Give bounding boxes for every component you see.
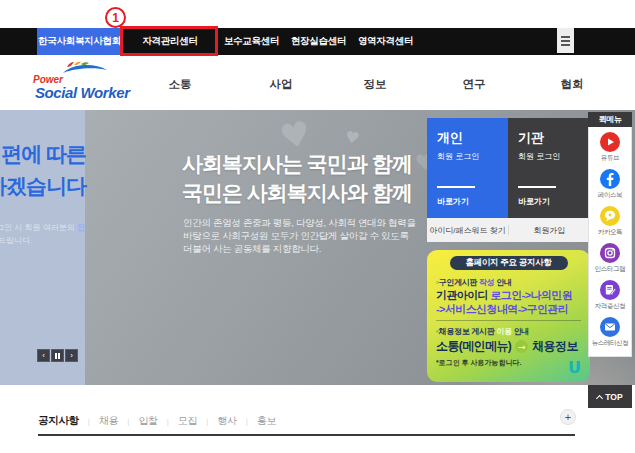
- personal-login-shortcut[interactable]: 바로가기: [437, 196, 498, 207]
- topbar-item-association[interactable]: 한국사회복지사협회: [37, 28, 122, 55]
- organization-login-box[interactable]: 기관 회원 로그인 바로가기: [508, 118, 590, 218]
- nav-item-association-menu[interactable]: 협회: [561, 77, 584, 92]
- notice-path-target: 채용정보: [532, 338, 578, 355]
- newsletter-icon: [600, 317, 620, 337]
- nav-item-communication[interactable]: 소통: [169, 77, 192, 92]
- nav-item-research[interactable]: 연구: [463, 77, 486, 92]
- divider: [437, 186, 475, 188]
- top-utility-bar: 한국사회복지사협회 자격관리센터 보수교육센터 현장실습센터 영역자격센터: [0, 28, 635, 55]
- personal-login-subtitle: 회원 로그인: [437, 151, 498, 162]
- hero-title-line2: 국민은 사회복지사와 함께: [182, 179, 412, 207]
- divider: |: [167, 417, 169, 426]
- login-footer-bar: 아이디/패스워드 찾기 회원가입: [427, 218, 590, 242]
- carousel-next-button[interactable]: ›: [65, 349, 78, 362]
- quick-menu-item-certificate-apply[interactable]: 자격증신청: [589, 280, 631, 311]
- organization-login-title: 기관: [518, 129, 580, 147]
- hamburger-menu-icon[interactable]: [557, 28, 574, 53]
- annotation-highlight-box: [120, 26, 218, 56]
- divider: |: [246, 417, 248, 426]
- hero-title-line1: 사회복지사는 국민과 함께: [182, 150, 412, 178]
- signup-link[interactable]: 회원가입: [509, 225, 590, 236]
- hero-body-line1: 인간의 존엄성 존중과 평등, 다양성, 사회적 연대와 협력을: [183, 217, 416, 230]
- quick-menu-label: 인스타그램: [595, 265, 626, 274]
- previous-slide-title-line2: 선하겠습니다: [0, 172, 86, 200]
- quick-menu-sidebar: 퀵메뉴 유튜브 페이스북: [588, 112, 632, 357]
- tab-event[interactable]: 행사: [217, 414, 236, 428]
- main-notice-box: 홈페이지 주요 공지사항 ◦구인게시판 작성 안내 기관아이디 로그인->나의민…: [427, 250, 590, 382]
- divider: [518, 186, 556, 188]
- instagram-icon: [600, 243, 620, 263]
- quick-menu-label: 유튜브: [601, 154, 619, 163]
- scroll-to-top-button[interactable]: TOP: [588, 385, 632, 408]
- notice-menu-path: 소통(메인메뉴) → 채용정보: [436, 338, 578, 355]
- topbar-item-education-center[interactable]: 보수교육센터: [218, 28, 285, 55]
- quick-menu-header: 퀵메뉴: [588, 112, 632, 127]
- annotation-number-badge: 1: [105, 7, 126, 28]
- facebook-icon: [600, 169, 620, 189]
- top-button-label: TOP: [605, 392, 622, 402]
- organization-login-shortcut[interactable]: 바로가기: [518, 196, 580, 207]
- previous-slide-title-line1: 개편에 따른: [0, 140, 86, 168]
- tabs-underline: [38, 434, 575, 436]
- board-tabs: 공지사항 | 채용 | 입찰 | 모집 | 행사 | 홍보: [38, 414, 276, 428]
- tab-promotion[interactable]: 홍보: [257, 414, 276, 428]
- divider: [436, 320, 581, 321]
- personal-login-title: 개인: [437, 129, 498, 147]
- divider: |: [206, 417, 208, 426]
- pause-icon: [55, 353, 60, 359]
- quick-menu-item-newsletter[interactable]: 뉴스레터신청: [589, 317, 631, 348]
- hero-body-line3: 더불어 사는 공동체를 지향합니다.: [183, 243, 321, 256]
- tab-notice[interactable]: 공지사항: [38, 414, 79, 428]
- notice-job-board-write-guide: ◦구인게시판 작성 안내: [436, 277, 512, 288]
- organization-login-subtitle: 회원 로그인: [518, 151, 580, 162]
- hero-body-line2: 바탕으로 사회구성원 모두가 인간답게 살아갈 수 있도록: [183, 230, 409, 243]
- arrow-right-icon: →: [515, 340, 528, 353]
- certificate-icon: [600, 280, 620, 300]
- divider: |: [88, 417, 90, 426]
- kakaotalk-icon: [600, 206, 620, 226]
- quick-menu-label: 자격증신청: [595, 302, 626, 311]
- previous-slide-note2: 드립니다.: [0, 235, 32, 246]
- notice-org-id-path-line1: 기관아이디 로그인->나의민원: [436, 288, 572, 303]
- login-panel: 개인 회원 로그인 바로가기 기관 회원 로그인 바로가기 아이디/패스워드 찾…: [427, 118, 590, 242]
- carousel-previous-slide: 개편에 따른 선하겠습니다 초 로그인 시 회원 여러분의 인 드립니다.: [0, 110, 92, 385]
- notice-path-source: 소통(메인메뉴): [436, 338, 511, 355]
- quick-menu-label: 카카오톡: [598, 228, 622, 237]
- carousel-prev-button[interactable]: ‹: [37, 349, 50, 362]
- tab-recruit[interactable]: 채용: [99, 414, 118, 428]
- youtube-icon: [600, 132, 620, 152]
- notice-recruit-board-use-guide: ◦채용정보 게시판 이용 안내: [436, 326, 529, 337]
- notice-login-required-note: *로그인 후 사용가능합니다.: [436, 358, 522, 368]
- tab-bidding[interactable]: 입찰: [138, 414, 157, 428]
- carousel-pause-button[interactable]: [51, 349, 64, 362]
- quick-menu-item-youtube[interactable]: 유튜브: [589, 132, 631, 163]
- quick-menu-body: 유튜브 페이스북 카카오톡: [588, 127, 632, 357]
- board-more-button[interactable]: +: [560, 409, 576, 425]
- notice-u-logo: U: [568, 358, 581, 377]
- quick-menu-item-kakaotalk[interactable]: 카카오톡: [589, 206, 631, 237]
- chevron-up-icon: [596, 394, 603, 401]
- notice-org-id-path-line2: ->서비스신청내역->구인관리: [436, 302, 568, 317]
- logo-text-social-worker: Social Worker: [35, 84, 130, 101]
- previous-slide-note1: 초 로그인 시 회원 여러분의 인: [0, 222, 85, 233]
- notice-title-pill: 홈페이지 주요 공지사항: [450, 256, 568, 270]
- personal-login-box[interactable]: 개인 회원 로그인 바로가기: [427, 118, 508, 218]
- topbar-item-area-certification-center[interactable]: 영역자격센터: [352, 28, 419, 55]
- find-id-password-link[interactable]: 아이디/패스워드 찾기: [427, 225, 508, 236]
- nav-item-information[interactable]: 정보: [364, 77, 387, 92]
- page: 한국사회복지사협회 자격관리센터 보수교육센터 현장실습센터 영역자격센터 1 …: [0, 0, 635, 453]
- quick-menu-label: 뉴스레터신청: [592, 339, 629, 348]
- quick-menu-item-facebook[interactable]: 페이스북: [589, 169, 631, 200]
- carousel-controls: ‹ ›: [37, 349, 78, 362]
- quick-menu-label: 페이스북: [598, 191, 622, 200]
- divider: |: [127, 417, 129, 426]
- nav-item-business[interactable]: 사업: [270, 77, 293, 92]
- tab-recruitment[interactable]: 모집: [178, 414, 197, 428]
- quick-menu-item-instagram[interactable]: 인스타그램: [589, 243, 631, 274]
- topbar-item-field-practice-center[interactable]: 현장실습센터: [285, 28, 352, 55]
- logo-swoosh-icon: [57, 61, 109, 77]
- site-logo[interactable]: Power Social Worker: [33, 63, 143, 103]
- heart-decoration-icon: ♥: [343, 127, 360, 148]
